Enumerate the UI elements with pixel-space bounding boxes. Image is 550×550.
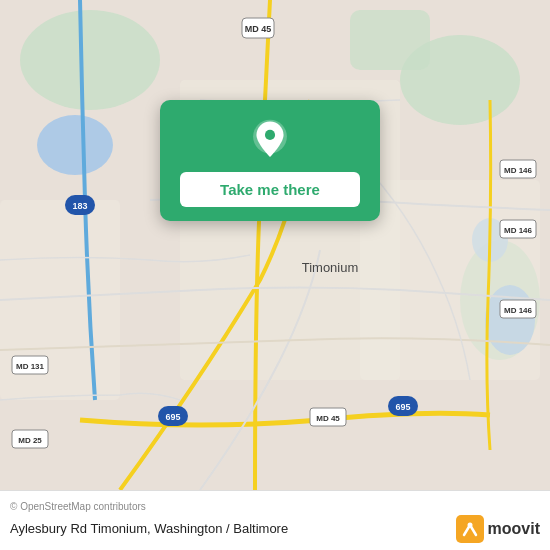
svg-text:MD 146: MD 146: [504, 306, 533, 315]
svg-rect-35: [456, 515, 484, 543]
map-background: MD 45 183 MD 146 MD 146 MD 146 695 MD 45…: [0, 0, 550, 490]
location-pin-icon: [248, 118, 292, 162]
svg-text:MD 131: MD 131: [16, 362, 45, 371]
svg-text:MD 45: MD 45: [245, 24, 272, 34]
popup-card: Take me there: [160, 100, 380, 221]
moovit-logo[interactable]: moovit: [456, 515, 540, 543]
svg-point-34: [265, 130, 275, 140]
svg-text:MD 146: MD 146: [504, 166, 533, 175]
copyright-text: © OpenStreetMap contributors: [10, 501, 540, 512]
svg-text:183: 183: [72, 201, 87, 211]
map-container: MD 45 183 MD 146 MD 146 MD 146 695 MD 45…: [0, 0, 550, 490]
bottom-row: Aylesbury Rd Timonium, Washington / Balt…: [10, 515, 540, 543]
take-me-there-button[interactable]: Take me there: [180, 172, 360, 207]
svg-text:MD 146: MD 146: [504, 226, 533, 235]
svg-point-5: [37, 115, 113, 175]
svg-rect-4: [350, 10, 430, 70]
moovit-icon: [456, 515, 484, 543]
svg-text:695: 695: [395, 402, 410, 412]
bottom-bar: © OpenStreetMap contributors Aylesbury R…: [0, 490, 550, 550]
svg-rect-10: [360, 180, 540, 380]
svg-text:695: 695: [165, 412, 180, 422]
svg-text:MD 25: MD 25: [18, 436, 42, 445]
moovit-text: moovit: [488, 520, 540, 538]
location-text: Aylesbury Rd Timonium, Washington / Balt…: [10, 521, 288, 536]
svg-text:Timonium: Timonium: [302, 260, 359, 275]
svg-point-36: [467, 522, 472, 527]
svg-point-1: [20, 10, 160, 110]
svg-text:MD 45: MD 45: [316, 414, 340, 423]
